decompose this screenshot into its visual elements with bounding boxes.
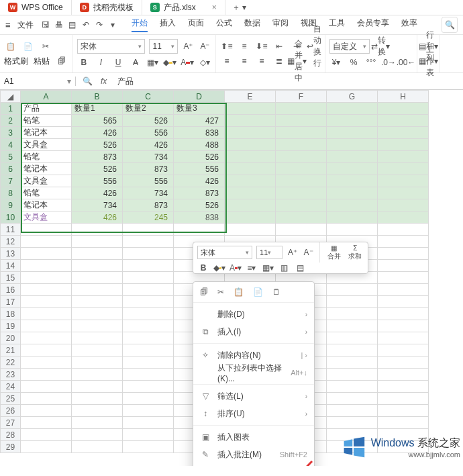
cell[interactable]	[378, 356, 429, 369]
cell[interactable]	[327, 284, 378, 296]
cell[interactable]	[378, 393, 429, 405]
ctx-paste-value-icon[interactable]: 📄	[253, 287, 263, 297]
cell[interactable]: 873	[123, 199, 174, 211]
cell[interactable]: 838	[174, 211, 225, 224]
cell[interactable]: 数量2	[123, 103, 174, 115]
cell[interactable]: 产品	[21, 103, 72, 115]
cell[interactable]	[378, 369, 429, 381]
row-header[interactable]: 29	[1, 441, 21, 453]
cell[interactable]: 426	[72, 211, 123, 224]
cell[interactable]	[72, 356, 123, 369]
mini-inscol-icon[interactable]: ▥	[278, 263, 290, 273]
dec-font-icon[interactable]: A⁻	[199, 40, 211, 52]
cell[interactable]	[21, 248, 72, 260]
cell[interactable]	[276, 224, 327, 236]
row-header[interactable]: 27	[1, 417, 21, 429]
cell[interactable]	[21, 417, 72, 429]
preview-icon[interactable]: ▤	[67, 19, 78, 30]
mini-fill-button[interactable]: ◆▾	[213, 263, 225, 273]
cell[interactable]	[225, 127, 276, 139]
cell[interactable]	[123, 369, 174, 381]
row-header[interactable]: 16	[1, 284, 21, 296]
cell[interactable]	[72, 441, 123, 453]
dropdown-icon[interactable]: ▾	[107, 19, 118, 30]
cell[interactable]	[72, 248, 123, 260]
cell[interactable]	[378, 308, 429, 320]
indent-dec-icon[interactable]: ⇤	[272, 40, 286, 52]
cell[interactable]	[378, 320, 429, 332]
align-bot-icon[interactable]: ⬇≡	[255, 40, 268, 52]
cell[interactable]: 笔记本	[21, 127, 72, 139]
mini-insrow-icon[interactable]: ▤	[294, 263, 306, 273]
ctx-filter[interactable]: ▽筛选(L)›	[193, 387, 314, 405]
row-header[interactable]: 17	[1, 296, 21, 308]
cell[interactable]: 526	[72, 163, 123, 175]
cell[interactable]: 426	[123, 139, 174, 151]
zoom-icon[interactable]: 🔍	[83, 77, 93, 86]
row-header[interactable]: 18	[1, 308, 21, 320]
cell[interactable]	[327, 163, 378, 175]
row-header[interactable]: 13	[1, 248, 21, 260]
cell[interactable]	[123, 417, 174, 429]
row-header[interactable]: 8	[1, 187, 21, 199]
cell[interactable]	[378, 272, 429, 284]
cell[interactable]: 铅笔	[21, 187, 72, 199]
cell[interactable]	[327, 296, 378, 308]
cell[interactable]	[72, 405, 123, 417]
cell[interactable]	[327, 320, 378, 332]
cell[interactable]: 734	[123, 187, 174, 199]
cell[interactable]: 笔记本	[21, 163, 72, 175]
save-icon[interactable]: 🖫	[40, 19, 51, 30]
align-center-icon[interactable]: ≡	[238, 55, 251, 67]
cell[interactable]: 数量1	[72, 103, 123, 115]
col-D[interactable]: D	[174, 91, 225, 103]
cell[interactable]	[225, 151, 276, 163]
cell[interactable]	[72, 272, 123, 284]
ctx-paste-special-icon[interactable]: 🗒	[272, 287, 280, 297]
row-header[interactable]: 9	[1, 199, 21, 211]
ctx-chart[interactable]: ▣插入图表	[193, 428, 314, 446]
cell[interactable]	[21, 320, 72, 332]
cell[interactable]	[123, 224, 174, 236]
underline-button[interactable]: U	[111, 56, 125, 68]
cell[interactable]	[378, 284, 429, 296]
cell[interactable]	[327, 393, 378, 405]
mini-dec-font-icon[interactable]: A⁻	[303, 247, 315, 258]
cell[interactable]	[72, 344, 123, 356]
cell[interactable]: 245	[123, 211, 174, 224]
mini-border-button[interactable]: ▦▾	[262, 263, 274, 273]
cell[interactable]	[378, 296, 429, 308]
row-header[interactable]: 11	[1, 224, 21, 236]
row-header[interactable]: 22	[1, 356, 21, 369]
cell[interactable]	[72, 308, 123, 320]
cell[interactable]	[21, 272, 72, 284]
cell[interactable]	[72, 320, 123, 332]
ctx-link[interactable]: 🔗超链接(H)...Ctrl+K	[193, 463, 314, 466]
cell[interactable]	[378, 103, 429, 115]
convert-button[interactable]: ⇄转换▾	[374, 40, 387, 52]
row-header[interactable]: 24	[1, 381, 21, 393]
cell[interactable]	[327, 211, 378, 224]
cell[interactable]	[378, 115, 429, 127]
cell[interactable]	[21, 308, 72, 320]
mini-font-select[interactable]: 宋体▾	[197, 246, 252, 259]
mini-inc-font-icon[interactable]: A⁺	[287, 247, 299, 258]
cell[interactable]: 556	[123, 127, 174, 139]
row-header[interactable]: 12	[1, 236, 21, 248]
cell[interactable]	[21, 224, 72, 236]
file-menu[interactable]: 文件	[17, 19, 34, 31]
cell[interactable]	[327, 417, 378, 429]
cell[interactable]	[123, 381, 174, 393]
cell[interactable]	[123, 356, 174, 369]
cell[interactable]	[225, 199, 276, 211]
ctx-comment[interactable]: ✎插入批注(M)Shift+F2	[193, 446, 314, 463]
fill-color-button[interactable]: ◆▾	[163, 56, 176, 68]
cell[interactable]	[123, 284, 174, 296]
col-B[interactable]: B	[72, 91, 123, 103]
ctx-sort[interactable]: ↕排序(U)›	[193, 405, 314, 422]
row-header[interactable]: 6	[1, 163, 21, 175]
fx-icon[interactable]: fx	[101, 77, 107, 86]
number-format-select[interactable]: 自定义▾	[329, 39, 370, 54]
cell[interactable]	[225, 103, 276, 115]
cell[interactable]	[21, 344, 72, 356]
